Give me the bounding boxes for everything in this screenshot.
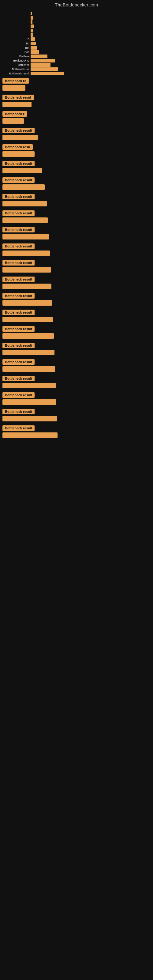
bottleneck-bar bbox=[2, 283, 51, 289]
bottleneck-bar bbox=[2, 317, 53, 322]
bottleneck-bar-container bbox=[2, 135, 151, 140]
chart-bar-row: Bottleneck result bbox=[3, 72, 150, 75]
chart-bar-fill bbox=[30, 59, 55, 62]
bottleneck-section: Bottleneck result bbox=[0, 274, 153, 291]
bottleneck-bar-container bbox=[2, 185, 151, 190]
chart-bar-fill bbox=[30, 72, 64, 75]
chart-bar-fill bbox=[30, 29, 33, 32]
bottleneck-bar bbox=[2, 333, 54, 339]
chart-bar-row: Bo bbox=[3, 41, 150, 45]
chart-bar-row: Bottleneck res bbox=[3, 67, 150, 71]
bottleneck-bar-container bbox=[2, 151, 151, 157]
bottleneck-bar-container bbox=[2, 416, 151, 422]
bottleneck-bar-container bbox=[2, 366, 151, 372]
bottleneck-section: Bottleneck re bbox=[0, 76, 153, 92]
bottleneck-bar-container bbox=[2, 350, 151, 355]
chart-bar-fill bbox=[30, 16, 33, 20]
bottleneck-result-label: Bottleneck result bbox=[2, 409, 35, 414]
bottleneck-section: Bottleneck result bbox=[0, 225, 153, 241]
chart-bar-row: Bottlene bbox=[3, 54, 150, 58]
bottleneck-bar-container bbox=[2, 201, 151, 207]
bottleneck-bar-container bbox=[2, 317, 151, 322]
chart-bar-fill bbox=[30, 54, 48, 58]
bottleneck-bar bbox=[2, 118, 24, 124]
bottleneck-bar-container bbox=[2, 300, 151, 305]
bottleneck-section: Bottleneck result bbox=[0, 126, 153, 142]
chart-area: BBoBotBottBottleneBottleneck reBottlenec… bbox=[0, 9, 153, 76]
chart-bar-label: Bottleneck res bbox=[3, 68, 30, 71]
bottleneck-section: Bottleneck result bbox=[0, 241, 153, 258]
bottleneck-section: Bottleneck r bbox=[0, 109, 153, 126]
bottleneck-result-label: Bottleneck result bbox=[2, 359, 35, 365]
bottleneck-bar bbox=[2, 218, 48, 223]
chart-bar-label: Bott bbox=[3, 51, 30, 54]
bottleneck-section: Bottleneck result bbox=[0, 390, 153, 407]
bottleneck-bar-container bbox=[2, 399, 151, 405]
chart-bar-row bbox=[3, 24, 150, 28]
bottleneck-section: Bottleneck result bbox=[0, 324, 153, 340]
chart-bar-label: B bbox=[3, 38, 30, 41]
bottleneck-bar bbox=[2, 85, 26, 91]
chart-bar-row: Bottleneck re bbox=[3, 59, 150, 62]
bottleneck-result-label: Bottleneck result bbox=[2, 343, 35, 348]
section-container: Bottleneck reBottleneck resulBottleneck … bbox=[0, 76, 153, 440]
bottleneck-result-label: Bottleneck result bbox=[2, 177, 35, 183]
bottleneck-section: Bottleneck result bbox=[0, 192, 153, 208]
bottleneck-result-label: Bottleneck result bbox=[2, 227, 35, 232]
chart-bar-row bbox=[3, 12, 150, 15]
bottleneck-section: Bottleneck result bbox=[0, 423, 153, 440]
bottleneck-bar bbox=[2, 151, 35, 157]
bottleneck-bar bbox=[2, 433, 57, 438]
bottleneck-result-label: Bottleneck r bbox=[2, 111, 27, 117]
chart-bar-fill bbox=[30, 33, 33, 37]
bottleneck-bar bbox=[2, 201, 47, 207]
bottleneck-bar-container bbox=[2, 85, 151, 91]
chart-bar-fill bbox=[30, 20, 32, 24]
bottleneck-result-label: Bottleneck result bbox=[2, 260, 35, 266]
bottleneck-result-label: Bottleneck resu bbox=[2, 144, 33, 150]
bottleneck-bar bbox=[2, 300, 52, 305]
bottleneck-bar-container bbox=[2, 333, 151, 339]
chart-bar-label: Bottlenec bbox=[3, 64, 30, 67]
bottleneck-bar-container bbox=[2, 168, 151, 173]
bottleneck-bar-container bbox=[2, 102, 151, 107]
bottleneck-result-label: Bottleneck result bbox=[2, 161, 35, 166]
chart-bar-label: Bo bbox=[3, 42, 30, 45]
bottleneck-bar-container bbox=[2, 234, 151, 240]
bottleneck-bar bbox=[2, 168, 42, 173]
bottleneck-section: Bottleneck result bbox=[0, 374, 153, 390]
chart-bar-fill bbox=[30, 12, 32, 15]
bottleneck-section: Bottleneck result bbox=[0, 175, 153, 192]
bottleneck-section: Bottleneck result bbox=[0, 307, 153, 324]
bottleneck-bar-container bbox=[2, 433, 151, 438]
bottleneck-section: Bottleneck result bbox=[0, 340, 153, 357]
chart-bar-label: Bottleneck re bbox=[3, 59, 30, 62]
bottleneck-bar bbox=[2, 185, 45, 190]
bottleneck-result-label: Bottleneck result bbox=[2, 425, 35, 431]
site-title: TheBottlenecker.com bbox=[0, 0, 153, 9]
bottleneck-bar bbox=[2, 267, 51, 272]
bottleneck-bar bbox=[2, 250, 50, 256]
bottleneck-bar bbox=[2, 399, 56, 405]
bottleneck-bar bbox=[2, 135, 38, 140]
bottleneck-result-label: Bottleneck resul bbox=[2, 95, 33, 100]
bottleneck-bar-container bbox=[2, 267, 151, 272]
chart-bar-label: Bottlene bbox=[3, 55, 30, 58]
chart-bar-fill bbox=[30, 63, 51, 67]
bottleneck-bar bbox=[2, 234, 49, 240]
chart-bar-fill bbox=[30, 37, 35, 41]
chart-bar-label: Bot bbox=[3, 46, 30, 49]
bottleneck-bar-container bbox=[2, 383, 151, 388]
bottleneck-bar bbox=[2, 366, 55, 372]
bottleneck-bar-container bbox=[2, 218, 151, 223]
bottleneck-bar-container bbox=[2, 250, 151, 256]
bottleneck-result-label: Bottleneck result bbox=[2, 128, 35, 133]
chart-bar-fill bbox=[30, 24, 33, 28]
bottleneck-result-label: Bottleneck result bbox=[2, 310, 35, 315]
bottleneck-bar bbox=[2, 350, 54, 355]
bottleneck-result-label: Bottleneck result bbox=[2, 376, 35, 381]
bottleneck-bar-container bbox=[2, 283, 151, 289]
chart-bar-fill bbox=[30, 67, 58, 71]
chart-bar-fill bbox=[30, 46, 37, 49]
bottleneck-result-label: Bottleneck result bbox=[2, 293, 35, 299]
